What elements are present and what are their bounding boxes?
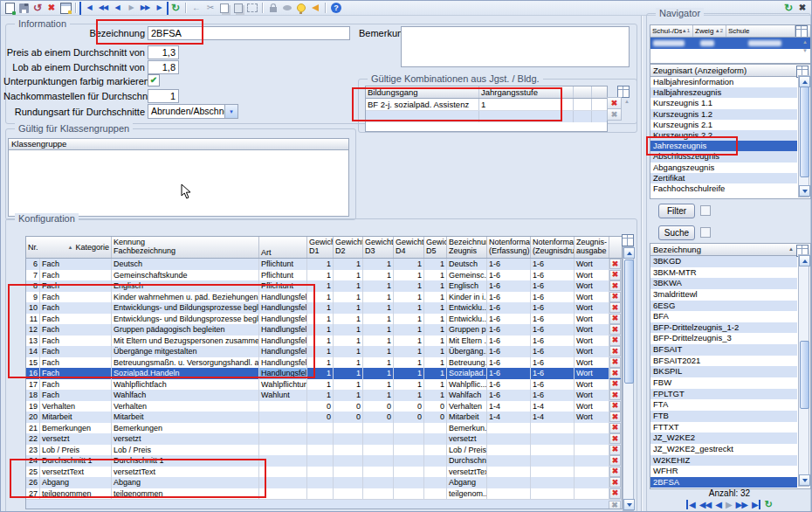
table-row[interactable]: 8 Fach Englisch Pflichtunt 1 1 1 1 1 Eng… [26, 280, 622, 292]
table-row[interactable]: 9 Fach Kinder wahrnehmen u. päd. Beziehu… [26, 292, 622, 303]
konfiguration-header[interactable]: Nr. ▲ Kategorie KennungFachbezeichnung A… [26, 237, 622, 259]
delete-row-icon[interactable]: ✖ [609, 324, 621, 335]
delete-row-icon[interactable]: ✖ [609, 455, 621, 466]
table-row[interactable]: 13 Fach Mit Eltern und Bezugspersonen zu… [26, 336, 622, 347]
view-icon[interactable] [280, 2, 294, 15]
list-item[interactable]: Kurszeugnis 2.2 [650, 130, 797, 141]
filter-button[interactable]: Filter [658, 204, 695, 218]
list-item[interactable]: BFSAIT2021 [650, 356, 797, 367]
list-item[interactable]: 3BKGD [650, 256, 797, 267]
scroll-up-button[interactable] [799, 255, 810, 266]
table-row[interactable]: 24 Durchschnitt 1 Durchschnitt 1 Durchsc… [26, 455, 622, 467]
announce-icon[interactable] [308, 2, 322, 15]
scrollbar-thumb[interactable] [800, 341, 809, 409]
kombinationen-header[interactable]: Bildungsgang Jahrgangsstufe [366, 86, 607, 99]
column-bildungsgang[interactable]: Bildungsgang [366, 86, 479, 98]
fast-back-icon[interactable]: ◀◀ [96, 2, 110, 15]
suche-button[interactable]: Suche [658, 225, 695, 240]
list-item[interactable]: JZ_W2KE2_gestreckt [650, 444, 797, 455]
klassengruppe-column-header[interactable]: Klassengruppe [9, 139, 348, 150]
table-row[interactable]: 16 Fach Sozialpäd.Handeln Handlungsfeld … [26, 368, 622, 379]
dropdown-arrow-icon[interactable]: ▼ [224, 105, 237, 118]
table-row[interactable]: 27 teilgenommen teilgenommen teilgenom..… [26, 488, 622, 500]
list-item[interactable]: FTTXT [650, 422, 797, 433]
scroll-down-button[interactable] [623, 499, 635, 510]
list-item[interactable]: Zertifikat [650, 173, 797, 183]
list-item[interactable]: W2KEHIZ [650, 455, 797, 467]
bemerkung-textarea[interactable] [401, 26, 630, 67]
list-item[interactable]: Halbjahresinformation [650, 77, 797, 87]
fast-forward-icon[interactable]: ▶▶ [736, 500, 747, 509]
delete-row-icon[interactable]: ✖ [609, 379, 621, 390]
list-item[interactable]: FBW [650, 377, 797, 389]
lightbulb-icon[interactable] [294, 2, 308, 15]
scroll-down-button[interactable] [799, 474, 810, 486]
table-row[interactable]: 6 Fach Deutsch Pflichtunt 1 1 1 1 1 Deut… [26, 259, 622, 270]
school-table-header[interactable]: Schul-/Dst....▲1 Zweig▲2 Schule [650, 25, 810, 38]
customize-grid-icon[interactable] [795, 25, 808, 37]
list-item[interactable]: Kurszeugnis 2.1 [650, 120, 797, 130]
list-item[interactable]: Kurszeugnis 1.1 [650, 98, 797, 108]
delete-row-icon[interactable]: ✖ [609, 292, 621, 302]
bezeichnung-input[interactable]: 2BFSA [148, 26, 350, 40]
delete-row-icon[interactable]: ✖ [609, 259, 621, 269]
selected-school-row[interactable] [650, 38, 810, 49]
copy-icon[interactable] [217, 2, 231, 15]
undo-icon[interactable]: ↺ [31, 2, 45, 15]
new-record-icon[interactable] [3, 2, 17, 15]
kombinationen-new-row[interactable] [366, 111, 607, 122]
move-left-icon[interactable]: ← [189, 2, 203, 15]
table-row[interactable]: 22 versetzt versetzt versetzt ✖ [26, 433, 622, 445]
list-item[interactable]: BFP-Drittelzeugnis_1-2 [650, 322, 797, 334]
list-item[interactable]: Fachhochschulreife [650, 183, 797, 194]
last-record-icon[interactable]: ▶ [752, 500, 760, 509]
scroll-up-button[interactable] [623, 247, 635, 259]
customize-grid-icon[interactable] [622, 234, 634, 246]
list-item[interactable]: 6ESG [650, 301, 797, 312]
list-item[interactable]: Abgangszeugnis [650, 163, 797, 173]
column-jahrgangsstufe[interactable]: Jahrgangsstufe [479, 86, 574, 98]
delete-row-icon[interactable]: ✖ [609, 412, 621, 422]
rundungsart-select[interactable]: Abrunden/Abschneiden ▼ [148, 104, 238, 119]
scrollbar-thumb[interactable] [800, 86, 809, 177]
scroll-up-icon[interactable]: ▲ [802, 39, 808, 45]
last-record-icon[interactable]: ▶ [152, 2, 169, 15]
table-row[interactable]: 15 Fach Betreuungsmaßn. u. Versorgungsha… [26, 357, 622, 369]
table-row[interactable]: 26 Abgang Abgang Abgang ✖ [26, 477, 622, 488]
fast-forward-icon[interactable]: ▶▶ [138, 2, 152, 15]
list-item[interactable]: FTA [650, 399, 797, 411]
column-art[interactable]: Art [261, 248, 305, 257]
edit-form-icon[interactable] [58, 2, 72, 15]
delete-row-icon[interactable]: ✖ [609, 390, 621, 400]
delete-row-icon[interactable]: ✖ [609, 302, 621, 313]
prev-record-icon[interactable]: ◀ [110, 2, 124, 15]
fast-back-icon[interactable]: ◀◀ [699, 500, 711, 509]
konfiguration-scrollbar[interactable] [623, 246, 634, 511]
help-icon[interactable]: ? [329, 2, 343, 15]
save-icon[interactable] [17, 2, 31, 15]
cut-icon[interactable]: ✂ [203, 2, 217, 15]
table-row[interactable]: 20 Mitarbeit Mitarbeit 0 0 0 0 0 Mitarbe… [26, 412, 622, 423]
lock-icon[interactable] [266, 2, 280, 15]
filter-checkbox[interactable] [700, 205, 711, 216]
first-record-icon[interactable]: ◀ [686, 500, 695, 509]
table-row[interactable]: 21 Bemerkungen Bemerkungen Bemerkun... ✖ [26, 423, 622, 434]
delete-row-icon[interactable]: ✖ [609, 270, 621, 280]
refresh-icon[interactable]: ↻ [765, 499, 773, 510]
first-record-icon[interactable]: ◀ [79, 2, 96, 15]
table-row[interactable]: 12 Fach Gruppen pädagogisch begleiten Ha… [26, 324, 622, 336]
scroll-up-icon[interactable]: ▲ [624, 99, 630, 104]
delete-row-icon[interactable]: ✖ [609, 357, 621, 368]
bezeichnung-header[interactable]: Bezeichnung ▲ [650, 244, 810, 256]
list-item[interactable]: 2BFSA [650, 477, 797, 488]
list-item[interactable]: 3BKWA [650, 278, 797, 289]
table-row[interactable]: 10 Fach Entwicklungs- und Bildungsprozes… [26, 302, 622, 314]
table-row[interactable]: 14 Fach Übergänge mitgestalten Handlungs… [26, 346, 622, 357]
delete-row-icon[interactable]: ✖ [609, 445, 621, 455]
zeugnisart-scrollbar[interactable] [798, 75, 809, 197]
delete-kombination-button[interactable]: ✖ [607, 97, 622, 109]
list-item[interactable]: 3maldrittewl [650, 289, 797, 301]
table-row[interactable]: 19 Verhalten Verhalten 0 0 0 0 0 Verhalt… [26, 401, 622, 412]
paste-icon[interactable] [231, 2, 245, 15]
delete-row-icon[interactable]: ✖ [609, 423, 621, 433]
